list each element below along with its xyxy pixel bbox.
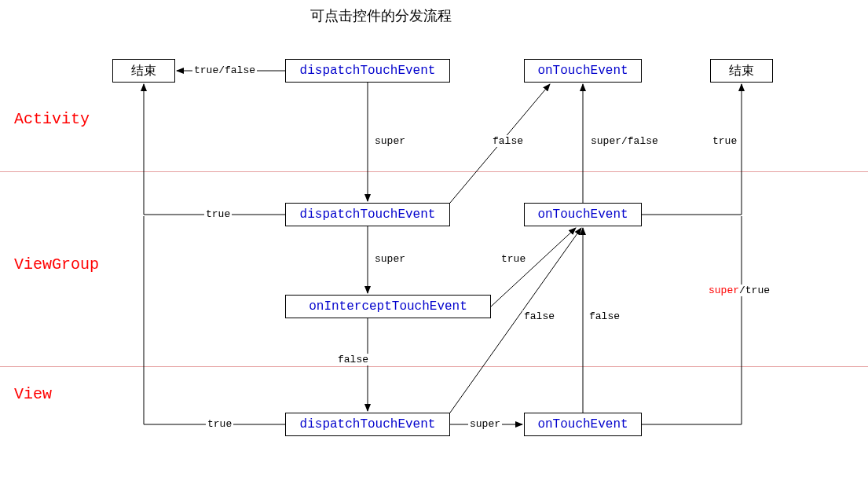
diagram-canvas: 可点击控件的分发流程 Activity ViewGroup View 结束 di… <box>0 0 868 481</box>
diagram-title: 可点击控件的分发流程 <box>310 6 452 25</box>
edge-label-false-view: false <box>522 310 556 322</box>
edge-label-true-vg-left: true <box>204 208 232 220</box>
divider-viewgroup-view <box>0 366 868 367</box>
edge-label-super-2: super <box>373 253 407 265</box>
edge-label-super-1: super <box>373 135 407 147</box>
edge-label-false-intercept: false <box>336 354 370 365</box>
edge-label-super-true: super/true <box>707 285 771 296</box>
svg-line-9 <box>491 228 576 307</box>
node-view-ontouch: onTouchEvent <box>524 413 642 436</box>
layer-label-view: View <box>14 385 52 403</box>
divider-activity-viewgroup <box>0 171 868 172</box>
edge-label-true-view-left: true <box>206 418 233 430</box>
node-viewgroup-ontouch: onTouchEvent <box>524 203 642 226</box>
layer-label-activity: Activity <box>14 110 90 128</box>
node-viewgroup-intercept: onInterceptTouchEvent <box>285 295 491 318</box>
edge-label-super-red: super <box>709 285 739 296</box>
edge-label-super-false: super/false <box>589 135 660 147</box>
edge-label-false-1: false <box>491 135 525 147</box>
node-activity-ontouch: onTouchEvent <box>524 59 642 83</box>
node-activity-dispatch: dispatchTouchEvent <box>285 59 450 83</box>
node-end-left: 结束 <box>112 59 175 83</box>
edge-label-super-3: super <box>468 418 502 430</box>
edge-label-false-vg-right: false <box>588 310 621 322</box>
layer-label-viewgroup: ViewGroup <box>14 255 99 274</box>
edge-label-true-top-right: true <box>711 135 738 147</box>
node-end-right: 结束 <box>710 59 773 83</box>
edge-label-true-intercept: true <box>500 253 527 265</box>
node-view-dispatch: dispatchTouchEvent <box>285 413 450 436</box>
node-viewgroup-dispatch: dispatchTouchEvent <box>285 203 450 226</box>
edge-label-true-false: true/false <box>192 64 257 76</box>
